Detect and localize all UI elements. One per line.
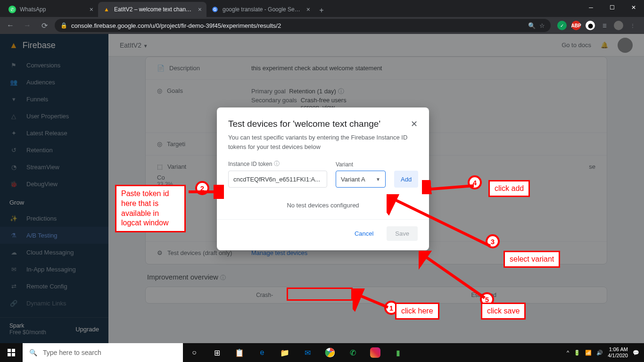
annotation-badge-2: 2: [195, 181, 209, 195]
modal-title: Test devices for 'welcome text change': [228, 119, 380, 129]
ext-icon[interactable]: ✓: [557, 21, 567, 30]
save-button[interactable]: Save: [387, 226, 418, 241]
close-icon[interactable]: ✕: [411, 119, 418, 129]
modal-form: Instance ID tokenⓘ Variant Variant A▼ Ad…: [217, 160, 429, 196]
browser-chrome: ✆ WhatsApp × ▲ EatItV2 – welcome text ch…: [0, 0, 644, 34]
new-tab-button[interactable]: +: [315, 4, 328, 17]
menu-icon[interactable]: ⋮: [628, 21, 637, 30]
window-controls: ─ ☐ ✕: [580, 0, 644, 15]
search-placeholder: Type here to search: [43, 349, 101, 356]
minimize-button[interactable]: ─: [580, 0, 602, 15]
annotation-rect: [287, 288, 353, 301]
start-button[interactable]: [0, 343, 23, 362]
annotation-4: click add: [488, 180, 530, 197]
lock-icon: 🔒: [60, 22, 67, 29]
info-icon: ⓘ: [274, 160, 280, 168]
app-icon[interactable]: ▮: [387, 343, 409, 362]
tray-chevron-icon[interactable]: ^: [567, 350, 569, 355]
tab-google[interactable]: G google translate - Google Search ×: [206, 2, 315, 17]
firebase-icon: ▲: [103, 6, 110, 13]
svg-rect-9: [8, 353, 11, 356]
annotation-badge-4: 4: [468, 175, 482, 189]
search-icon: 🔍: [29, 349, 37, 356]
chevron-down-icon: ▼: [376, 177, 380, 182]
edge-icon[interactable]: e: [251, 343, 273, 362]
abp-icon[interactable]: ABP: [571, 21, 581, 30]
windows-taskbar: 🔍 Type here to search ○ ⊞ 📋 e 📁 ✉ ✆ ▮ ^ …: [0, 343, 644, 362]
svg-text:G: G: [214, 8, 216, 12]
taskbar-search[interactable]: 🔍 Type here to search: [23, 343, 183, 362]
variant-label: Variant: [336, 161, 386, 168]
tab-title: EatItV2 – welcome text change –: [114, 6, 194, 13]
task-view-icon[interactable]: ⊞: [206, 343, 228, 362]
tab-title: WhatsApp: [20, 6, 86, 13]
annotation-2: Paste token id here that is available in…: [115, 185, 186, 232]
maximize-button[interactable]: ☐: [602, 0, 623, 15]
profile-avatar[interactable]: [614, 21, 623, 30]
close-icon[interactable]: ×: [198, 6, 202, 13]
no-devices-text: No test devices configured: [217, 196, 429, 219]
omnibox[interactable]: 🔒 console.firebase.google.com/u/0/projec…: [55, 19, 551, 32]
reading-list-icon[interactable]: ☰: [600, 21, 609, 30]
annotation-3: select variant: [504, 251, 560, 268]
close-icon[interactable]: ×: [90, 6, 93, 13]
reload-button[interactable]: ⟳: [38, 19, 51, 32]
token-label: Instance ID tokenⓘ: [228, 160, 327, 168]
clock[interactable]: 1:06 AM 4/1/2020: [608, 346, 628, 359]
mail-icon[interactable]: ✉: [296, 343, 319, 362]
instagram-icon[interactable]: [370, 347, 380, 358]
notifications-icon[interactable]: 💬: [633, 350, 639, 356]
modal-description: You can test specific variants by enteri…: [217, 133, 429, 160]
system-tray: ^ 🔋 📶 🔊 1:06 AM 4/1/2020 💬: [562, 346, 644, 359]
annotation-1: click here: [395, 303, 439, 320]
address-bar: ← → ⟳ 🔒 console.firebase.google.com/u/0/…: [0, 17, 644, 34]
add-button[interactable]: Add: [394, 171, 418, 188]
svg-rect-7: [8, 349, 11, 352]
volume-icon[interactable]: 🔊: [596, 350, 603, 356]
svg-rect-10: [12, 353, 15, 356]
tab-strip: ✆ WhatsApp × ▲ EatItV2 – welcome text ch…: [0, 0, 644, 17]
ext-icon[interactable]: ⬤: [586, 21, 595, 30]
instance-id-input[interactable]: [228, 171, 327, 188]
annotation-badge-3: 3: [486, 234, 500, 248]
tab-title: google translate - Google Search: [223, 6, 303, 13]
test-devices-modal: Test devices for 'welcome text change' ✕…: [217, 107, 429, 250]
whatsapp-icon[interactable]: ✆: [341, 343, 364, 362]
cancel-button[interactable]: Cancel: [349, 226, 379, 241]
close-icon[interactable]: ×: [306, 6, 310, 13]
tab-firebase[interactable]: ▲ EatItV2 – welcome text change – ×: [98, 2, 206, 17]
svg-rect-8: [12, 349, 15, 352]
close-window-button[interactable]: ✕: [623, 0, 644, 15]
back-button[interactable]: ←: [4, 19, 17, 32]
tab-whatsapp[interactable]: ✆ WhatsApp ×: [4, 2, 98, 17]
cortana-icon[interactable]: ○: [183, 343, 206, 362]
page-content: ▲ Firebase ⚑Conversions 👥Audiences ▾Funn…: [0, 34, 644, 343]
star-icon[interactable]: ☆: [539, 22, 545, 29]
whatsapp-icon: ✆: [8, 6, 16, 13]
extensions: ✓ ABP ⬤ ☰ ⋮: [554, 21, 640, 30]
battery-icon[interactable]: 🔋: [574, 350, 580, 356]
explorer-icon[interactable]: 📁: [273, 343, 296, 362]
annotation-5: click save: [481, 303, 526, 320]
search-icon: 🔍: [528, 22, 536, 29]
variant-select[interactable]: Variant A▼: [336, 171, 386, 188]
forward-button[interactable]: →: [21, 19, 34, 32]
google-icon: G: [211, 6, 219, 13]
url-text: console.firebase.google.com/u/0/project/…: [71, 22, 524, 29]
wifi-icon[interactable]: 📶: [585, 350, 592, 356]
chrome-icon[interactable]: [319, 343, 341, 362]
office-icon[interactable]: 📋: [228, 343, 251, 362]
